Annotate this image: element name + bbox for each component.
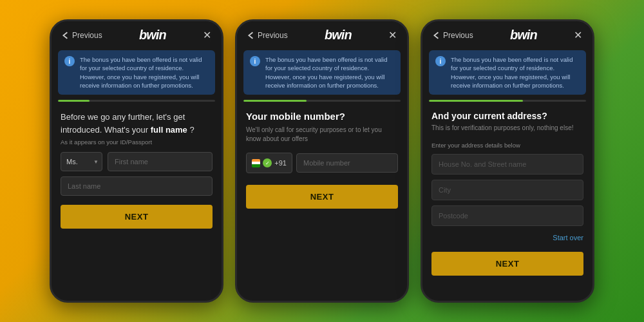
phone-3-body: And your current address? This is for ve… [422, 108, 592, 301]
start-over-link[interactable]: Start over [553, 234, 583, 242]
phone-2: Previous bwin ✕ i The bonus you have bee… [235, 19, 409, 303]
phone-3: Previous bwin ✕ i The bonus you have bee… [421, 19, 594, 303]
country-code-text: +91 [274, 159, 287, 167]
close-button-2[interactable]: ✕ [388, 29, 397, 41]
phone-row: ✓ +91 [246, 153, 398, 173]
postcode-input[interactable] [431, 205, 583, 226]
flag-green [252, 164, 260, 167]
back-button-3[interactable]: Previous [433, 31, 473, 40]
back-label-3: Previous [443, 31, 473, 40]
mobile-input[interactable] [296, 153, 398, 173]
country-code-selector[interactable]: ✓ +91 [246, 153, 292, 173]
title-select-wrap: Ms. Mr. Mrs. Dr. [61, 152, 102, 171]
bonus-banner-1: i The bonus you have been offered is not… [58, 50, 215, 95]
progress-fill-1 [58, 100, 90, 102]
intro-text-1: Before we go any further, let's get intr… [61, 111, 213, 136]
next-button-1[interactable]: NEXT [61, 205, 213, 229]
phone-2-header: Previous bwin ✕ [237, 21, 407, 48]
back-button-1[interactable]: Previous [62, 31, 102, 40]
back-label-1: Previous [72, 31, 102, 40]
progress-fill-3 [429, 100, 523, 102]
next-button-3[interactable]: NEXT [431, 252, 583, 276]
back-label-2: Previous [258, 31, 288, 40]
india-flag [252, 159, 260, 167]
intro-bold-1: full name [151, 125, 187, 135]
logo-1: bwin [139, 28, 166, 43]
phone-3-header: Previous bwin ✕ [422, 21, 592, 48]
section-title-3: And your current address? [431, 111, 583, 121]
subtext-1: As it appears on your ID/Passport [61, 138, 213, 146]
start-over-container: Start over [431, 231, 583, 243]
phone-1: Previous bwin ✕ i The bonus you have bee… [50, 19, 223, 303]
close-button-1[interactable]: ✕ [203, 29, 211, 41]
phone-1-body: Before we go any further, let's get intr… [52, 108, 222, 301]
phone-2-body: Your mobile number? We'll only call for … [237, 108, 407, 301]
title-select[interactable]: Ms. Mr. Mrs. Dr. [61, 152, 102, 171]
section-title-2: Your mobile number? [246, 111, 398, 122]
progress-bar-2 [243, 100, 401, 102]
bonus-text-1: The bonus you have been offered is not v… [80, 55, 209, 90]
bonus-banner-2: i The bonus you have been offered is not… [243, 50, 401, 95]
back-button-2[interactable]: Previous [247, 31, 288, 40]
section-subtitle-3: This is for verification purposes only, … [431, 124, 583, 133]
bonus-banner-3: i The bonus you have been offered is not… [429, 50, 586, 95]
name-row: Ms. Mr. Mrs. Dr. [61, 152, 213, 171]
next-button-2[interactable]: NEXT [246, 185, 398, 209]
info-icon-2: i [250, 56, 260, 66]
phone-1-header: Previous bwin ✕ [52, 21, 222, 48]
logo-2: bwin [325, 28, 352, 43]
enter-label-3: Enter your address details below [431, 142, 583, 149]
bonus-text-2: The bonus you have been offered is not v… [265, 55, 394, 90]
info-icon-3: i [435, 56, 446, 66]
check-icon: ✓ [263, 158, 272, 167]
first-name-input[interactable] [108, 152, 213, 171]
progress-fill-2 [243, 100, 307, 102]
address-input[interactable] [431, 154, 583, 175]
close-button-3[interactable]: ✕ [574, 29, 582, 41]
section-subtitle-2: We'll only call for security purposes or… [246, 126, 398, 144]
progress-bar-3 [429, 100, 586, 102]
city-input[interactable] [431, 180, 583, 200]
last-name-input[interactable] [61, 176, 213, 196]
info-icon-1: i [64, 56, 75, 66]
progress-bar-1 [58, 100, 215, 102]
logo-3: bwin [510, 28, 537, 43]
bonus-text-3: The bonus you have been offered is not v… [451, 55, 580, 90]
